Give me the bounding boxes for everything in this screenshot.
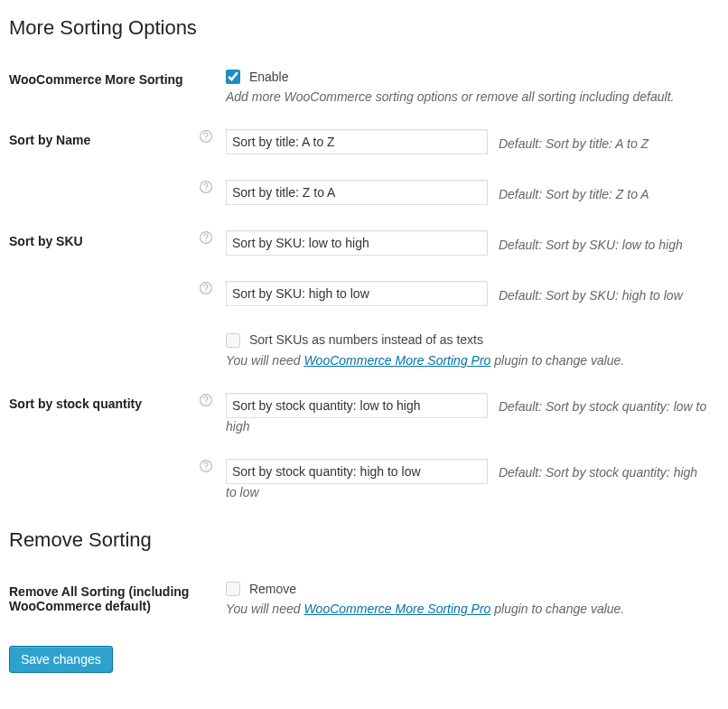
remove-pro-note: You will need WooCommerce More Sorting P… <box>226 602 710 616</box>
help-icon[interactable] <box>199 180 213 194</box>
sku-pro-note-suffix: plugin to change value. <box>490 353 624 368</box>
label-remove-all-sorting: Remove All Sorting (including WooCommerc… <box>9 568 199 630</box>
enable-description: Add more WooCommerce sorting options or … <box>226 89 710 104</box>
sku-pro-link[interactable]: WooCommerce More Sorting Pro <box>303 353 490 368</box>
help-icon[interactable] <box>199 459 213 473</box>
help-icon[interactable] <box>199 129 213 144</box>
remove-pro-note-prefix: You will need <box>226 602 303 616</box>
remove-checkbox <box>226 582 240 596</box>
sort-name-desc-input[interactable] <box>226 180 488 205</box>
sku-pro-note-prefix: You will need <box>226 353 303 368</box>
sort-sku-low-default: Default: Sort by SKU: low to high <box>499 238 683 252</box>
enable-checkbox-wrapper[interactable]: Enable <box>226 69 288 83</box>
sort-sku-low-input[interactable] <box>226 230 488 256</box>
sku-numbers-checkbox-wrapper: Sort SKUs as numbers instead of as texts <box>226 331 483 346</box>
sku-numbers-checkbox-label: Sort SKUs as numbers instead of as texts <box>249 333 483 348</box>
save-button[interactable]: Save changes <box>9 646 113 673</box>
sort-sku-high-default: Default: Sort by SKU: high to low <box>499 288 683 303</box>
label-sort-by-stock: Sort by stock quantity <box>9 380 199 446</box>
help-icon[interactable] <box>199 230 213 245</box>
sku-numbers-checkbox <box>226 333 240 348</box>
svg-point-11 <box>205 469 206 470</box>
svg-point-9 <box>205 402 206 403</box>
remove-pro-note-suffix: plugin to change value. <box>490 602 624 616</box>
help-icon[interactable] <box>199 393 213 407</box>
sort-name-asc-input[interactable] <box>226 129 488 154</box>
enable-checkbox[interactable] <box>226 70 240 84</box>
sort-stock-low-input[interactable] <box>226 393 488 418</box>
svg-point-3 <box>205 190 206 191</box>
sort-name-asc-default: Default: Sort by title: A to Z <box>499 136 649 151</box>
label-sort-by-sku: Sort by SKU <box>9 218 199 268</box>
svg-point-5 <box>205 240 206 241</box>
sort-stock-high-input[interactable] <box>226 459 488 484</box>
label-woocommerce-more-sorting: WooCommerce More Sorting <box>9 56 199 117</box>
sku-pro-note: You will need WooCommerce More Sorting P… <box>226 353 710 368</box>
svg-point-7 <box>205 291 206 292</box>
section-title-remove-sorting: Remove Sorting <box>9 521 719 563</box>
help-icon[interactable] <box>199 281 213 295</box>
svg-point-1 <box>205 139 206 140</box>
remove-pro-link[interactable]: WooCommerce More Sorting Pro <box>303 602 490 616</box>
remove-checkbox-label: Remove <box>249 582 296 596</box>
sort-sku-high-input[interactable] <box>226 281 488 306</box>
sort-name-desc-default: Default: Sort by title: Z to A <box>499 187 649 201</box>
label-sort-by-name: Sort by Name <box>9 117 199 167</box>
section-title-more-sorting: More Sorting Options <box>9 9 719 51</box>
remove-checkbox-wrapper: Remove <box>226 581 296 595</box>
enable-checkbox-label: Enable <box>249 70 289 84</box>
